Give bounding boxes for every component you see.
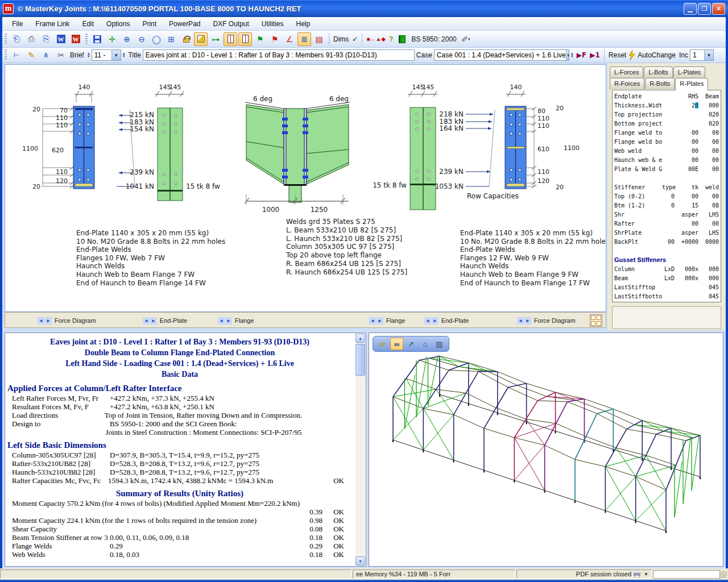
tab-r-plates[interactable]: R-Plates bbox=[675, 78, 708, 90]
menu-edit[interactable]: Edit bbox=[76, 18, 100, 30]
list-button[interactable]: ▤ bbox=[312, 32, 326, 46]
title-bar[interactable]: m © MasterKey Joints : M:\\6114070509 PO… bbox=[0, 0, 728, 17]
tab-l-bolts[interactable]: L-Bolts bbox=[644, 66, 672, 78]
case-select[interactable]: Case 001 : 1.4 (Dead+Services) + 1.6 Liv… bbox=[434, 49, 569, 61]
print-button[interactable]: ⎙ bbox=[24, 32, 38, 46]
word-export-red-button[interactable]: W bbox=[69, 32, 82, 46]
fill-toggle-button[interactable] bbox=[194, 32, 208, 46]
resize-grip[interactable] bbox=[720, 571, 727, 578]
pane-selector-force-diagram[interactable]: ◄►Force Diagram bbox=[38, 315, 96, 326]
joint-drawing-canvas[interactable]: 140 bbox=[5, 64, 606, 312]
help-query-icon[interactable]: ? bbox=[389, 35, 393, 43]
toolbar-grip[interactable] bbox=[5, 49, 7, 61]
plate-grid-row[interactable]: Haunch web & end0000 bbox=[614, 155, 719, 164]
word-export-button[interactable]: W bbox=[54, 32, 68, 46]
plate-grid-row[interactable]: Flange weld bot0000 bbox=[614, 137, 719, 146]
pane-selector-force-diagram[interactable]: ◄►Force Diagram bbox=[517, 315, 576, 326]
maximize-button[interactable]: ❐ bbox=[698, 3, 711, 15]
inc-select[interactable]: 1▼ bbox=[690, 49, 714, 61]
plate-grid-row[interactable]: BackPlt00+00000000 bbox=[614, 237, 719, 246]
pane-next-icon[interactable]: ► bbox=[432, 317, 439, 325]
menu-help[interactable]: Help bbox=[290, 18, 317, 30]
chevron-down-icon[interactable]: ▼ bbox=[704, 50, 713, 60]
plate-grid-row[interactable]: EndplateRHSBeam bbox=[614, 92, 719, 101]
close-button[interactable]: ✕ bbox=[712, 3, 725, 15]
plate-grid-row[interactable]: Btm (1-2)01508 bbox=[614, 201, 719, 210]
tab-l-forces[interactable]: L-Forces bbox=[610, 66, 643, 78]
frame-3d-view-panel[interactable]: ⇄ ∞ ↗ ⌂ ▧ bbox=[369, 332, 723, 567]
angle-button[interactable]: ∠ bbox=[283, 32, 296, 46]
scroll-up-icon[interactable]: ▲ bbox=[355, 334, 365, 343]
plate-grid-row[interactable]: Top projection020 bbox=[614, 110, 719, 119]
menu-options[interactable]: Options bbox=[100, 18, 136, 30]
minimize-button[interactable]: ▁ bbox=[684, 3, 697, 15]
tab-l-plates[interactable]: L-Plates bbox=[673, 66, 705, 78]
pane-selector-end-plate[interactable]: ◄►End-Plate bbox=[424, 315, 469, 326]
zoom-out-button[interactable]: ⊖ bbox=[135, 32, 148, 46]
autochange-button[interactable]: AutoChange bbox=[638, 51, 676, 59]
chevron-down-icon[interactable]: ▼ bbox=[644, 572, 648, 577]
case-spinner[interactable]: ▲▼ bbox=[570, 52, 574, 58]
print-preview-button[interactable]: ⎗ bbox=[10, 32, 23, 46]
pane-prev-icon[interactable]: ◄ bbox=[38, 317, 44, 325]
chevron-down-icon[interactable]: ▼ bbox=[566, 50, 569, 60]
pane-prev-icon[interactable]: ◄ bbox=[143, 317, 150, 325]
pane-selector-flange[interactable]: ◄►Flange bbox=[218, 315, 254, 326]
plate-grid-row[interactable]: Web weld0000 bbox=[614, 146, 719, 155]
code-book-button[interactable] bbox=[395, 32, 409, 46]
report-scrollbar[interactable]: ▲ ▼ bbox=[355, 334, 365, 566]
menu-file[interactable]: File bbox=[6, 18, 29, 30]
cut-button[interactable]: ✂ bbox=[54, 48, 68, 62]
goto-first-failure-button[interactable]: ▶F bbox=[577, 51, 586, 59]
brief-spinner[interactable]: ▲▼ bbox=[87, 52, 90, 58]
cube-view-icon[interactable]: ▧ bbox=[433, 338, 446, 350]
red-flag-button[interactable]: ⚑ bbox=[268, 32, 282, 46]
scroll-thumb[interactable] bbox=[355, 344, 365, 376]
plate-grid-row[interactable]: Rafter0000 bbox=[614, 219, 719, 228]
left-plate-view-button[interactable] bbox=[224, 32, 237, 46]
scroll-down-icon[interactable]: ▼ bbox=[355, 556, 365, 566]
menu-dxf-output[interactable]: DXF Output bbox=[206, 18, 255, 30]
pane-layout-button[interactable] bbox=[590, 314, 602, 327]
plate-grid-row[interactable]: Top (0-2)00000 bbox=[614, 192, 719, 201]
dims-lines-button[interactable]: ≣ bbox=[297, 32, 311, 46]
save-button[interactable] bbox=[90, 32, 104, 46]
plate-grid-row[interactable]: Flange weld top0000 bbox=[614, 128, 719, 137]
green-flag-button[interactable]: ⚑ bbox=[253, 32, 267, 46]
plate-grid-row[interactable]: ShrPlateasperLHS bbox=[614, 228, 719, 237]
pane-next-icon[interactable]: ► bbox=[524, 317, 531, 325]
walk-arrow-icon[interactable]: ↗ bbox=[404, 338, 417, 350]
pane-selector-flange[interactable]: ◄►Flange bbox=[369, 315, 405, 326]
calculation-report-panel[interactable]: Eaves joint at : D10 - Level 1 : Rafter … bbox=[5, 332, 366, 567]
right-plate-view-button[interactable] bbox=[238, 32, 252, 46]
connector-button[interactable]: ⊶ bbox=[209, 32, 222, 46]
pane-next-icon[interactable]: ► bbox=[377, 317, 383, 325]
plate-grid-row[interactable]: Thickness,Width20000 bbox=[614, 101, 719, 110]
pane-prev-icon[interactable]: ◄ bbox=[517, 317, 524, 325]
plate-parameters-grid[interactable]: EndplateRHSBeamThickness,Width20000Top p… bbox=[612, 90, 721, 302]
tab-r-bolts[interactable]: R-Bolts bbox=[645, 78, 675, 89]
menu-print[interactable]: Print bbox=[136, 18, 163, 30]
add-joint-button[interactable]: ⊢ bbox=[10, 48, 23, 62]
frame-view-icon[interactable]: ⌂ bbox=[419, 338, 432, 350]
measure-button[interactable]: ✐▾ bbox=[459, 32, 473, 46]
size-select[interactable]: 11 -▼ bbox=[92, 49, 121, 61]
pane-prev-icon[interactable]: ◄ bbox=[369, 317, 376, 325]
pane-selector-end-plate[interactable]: ◄►End-Plate bbox=[143, 315, 187, 326]
plate-grid-row[interactable]: BeamLxD000x000 bbox=[614, 273, 719, 282]
plate-grid-row[interactable]: Bottom projection020 bbox=[614, 119, 719, 128]
chevron-down-icon[interactable]: ▼ bbox=[111, 50, 121, 60]
lock-button[interactable] bbox=[179, 32, 193, 46]
transform-arrows-icon[interactable]: ⇄ bbox=[376, 338, 389, 350]
menu-powerpad[interactable]: PowerPad bbox=[163, 18, 206, 30]
bolt-symbols-icon[interactable]: ■←▲◆ bbox=[366, 36, 386, 42]
printer-icon[interactable] bbox=[633, 571, 642, 577]
plate-grid-row[interactable]: Stiffenertypetkweld bbox=[614, 182, 719, 192]
menu-utilities[interactable]: Utilities bbox=[255, 18, 290, 30]
pane-prev-icon[interactable]: ◄ bbox=[424, 317, 431, 325]
pane-next-icon[interactable]: ► bbox=[225, 317, 232, 325]
tab-r-forces[interactable]: R-Forces bbox=[610, 78, 644, 89]
tree-button[interactable]: ⋔ bbox=[39, 48, 53, 62]
toolbar-grip[interactable] bbox=[5, 34, 7, 45]
plate-grid-row[interactable]: ColumnLxD000x000 bbox=[614, 264, 719, 273]
